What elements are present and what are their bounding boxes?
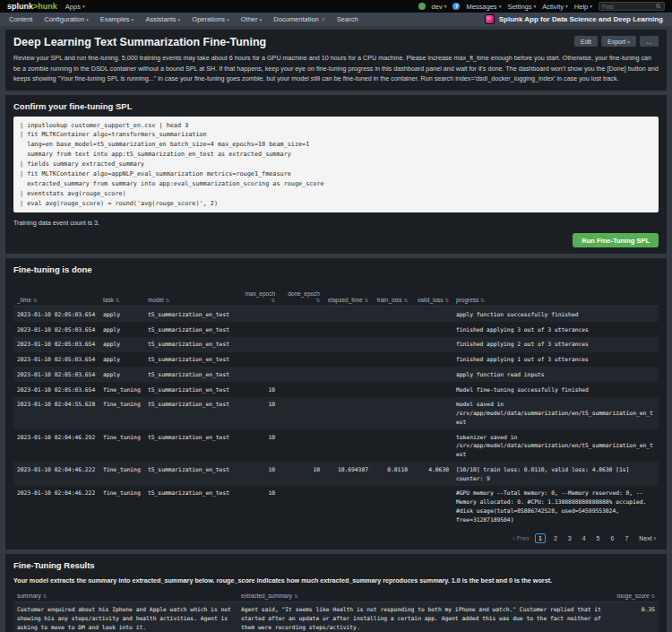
cell-max-epoch: 10 xyxy=(236,486,279,527)
help-menu[interactable]: Help▾ xyxy=(574,3,592,11)
col-header-max-epoch[interactable]: max_epoch ⇅ xyxy=(236,288,279,307)
col-header-done-epoch[interactable]: done_epoch ⇅ xyxy=(279,288,323,307)
col-header-task[interactable]: task ⇅ xyxy=(99,288,144,307)
nav-examples-label: Examples xyxy=(100,15,130,23)
col-header-extracted-summary-label: extracted_summary xyxy=(241,593,292,599)
dashboard-description: Review your SPL and run fine-tuning. 5,0… xyxy=(13,53,659,84)
cell-task: apply xyxy=(99,322,144,337)
chevron-down-icon: ▾ xyxy=(499,4,502,9)
cell-progress: Model fine-tuning successfully finished xyxy=(452,382,659,397)
activity-menu[interactable]: Activity▾ xyxy=(542,3,568,11)
cell-elapsed-time xyxy=(323,337,372,352)
splunk-logo: splunk>hunk xyxy=(7,3,57,11)
col-header-valid-loss[interactable]: valid_loss ⇅ xyxy=(411,288,452,307)
cell-model: t5_summarization_en_test xyxy=(144,429,236,462)
cell-elapsed-time xyxy=(323,322,372,337)
col-header-summary[interactable]: summary ⇅ xyxy=(13,590,237,602)
cell-task: apply xyxy=(99,367,144,382)
nav-content[interactable]: Content xyxy=(9,15,32,23)
cell-done-epoch xyxy=(279,429,323,462)
cell-valid-loss xyxy=(411,429,452,462)
cell-valid-loss xyxy=(411,307,452,322)
nav-documentation[interactable]: Documentation↗ xyxy=(273,15,324,23)
cell-model: t5_summarization_en_test xyxy=(144,352,236,368)
cell-valid-loss xyxy=(411,322,452,337)
pagination-prev[interactable]: ‹ Prev xyxy=(513,535,530,541)
chevron-down-icon: ▾ xyxy=(132,17,134,22)
export-button-label: Export xyxy=(607,39,625,45)
col-header-elapsed-time[interactable]: elapsed_time ⇅ xyxy=(323,288,372,307)
results-description: Your model extracts the summary into ext… xyxy=(13,576,659,584)
activity-menu-label: Activity xyxy=(542,3,564,11)
cell-task: apply xyxy=(99,352,144,368)
cell-rouge-score: 0.35 xyxy=(608,602,659,632)
cell-train-loss xyxy=(372,352,411,368)
pagination-page-2[interactable]: 2 xyxy=(551,534,560,542)
chevron-down-icon: ▾ xyxy=(590,4,592,9)
cell-max-epoch xyxy=(236,367,279,382)
cell-task: fine_tuning xyxy=(99,486,144,527)
panel-fine-tuning-results: Fine-Tuning Results Your model extracts … xyxy=(5,554,667,632)
cell-train-loss xyxy=(372,367,411,382)
search-icon xyxy=(656,4,661,9)
nav-configuration[interactable]: Configuration▾ xyxy=(44,15,88,23)
pagination-page-5[interactable]: 5 xyxy=(594,534,603,542)
find-input[interactable] xyxy=(602,4,654,10)
header-buttons: Edit Export ▾ … xyxy=(574,36,659,47)
apps-menu[interactable]: Apps▾ xyxy=(65,3,85,11)
cell-elapsed-time xyxy=(323,382,372,397)
nav-assistants-label: Assistants xyxy=(145,15,176,23)
cell-elapsed-time xyxy=(323,352,372,368)
nav-search[interactable]: Search xyxy=(337,15,358,23)
nav-examples[interactable]: Examples▾ xyxy=(100,15,134,23)
more-actions-button[interactable]: … xyxy=(640,36,659,47)
nav-content-label: Content xyxy=(9,15,32,23)
cell-progress: [10/10] train loss: 0.0110, valid loss: … xyxy=(452,462,659,486)
pagination-page-3[interactable]: 3 xyxy=(565,534,574,542)
cell-elapsed-time xyxy=(323,429,372,462)
col-header-rouge-score[interactable]: rouge_score ⇅ xyxy=(608,590,659,602)
messages-menu[interactable]: Messages▾ xyxy=(466,3,501,11)
cell-task: apply xyxy=(99,337,144,352)
cell-train-loss xyxy=(372,397,411,429)
col-header-time[interactable]: _time ⇅ xyxy=(13,288,99,307)
help-menu-label: Help xyxy=(574,3,588,11)
cell-valid-loss xyxy=(411,397,452,429)
nav-documentation-label: Documentation xyxy=(273,15,318,23)
col-header-progress[interactable]: progress ⇅ xyxy=(452,288,659,307)
col-header-model[interactable]: model ⇅ xyxy=(144,288,236,307)
sort-icon: ⇅ xyxy=(480,298,485,303)
settings-menu[interactable]: Settings▾ xyxy=(507,3,536,11)
health-status-icon[interactable] xyxy=(418,3,426,10)
user-menu[interactable]: dev▾ xyxy=(432,3,447,11)
table-row: Customer enquired about his Iphone and A… xyxy=(13,602,659,632)
run-fine-tuning-button[interactable]: Run Fine-Tuning SPL xyxy=(573,233,659,247)
export-button[interactable]: Export ▾ xyxy=(601,36,636,47)
cell-model: t5_summarization_en_test xyxy=(144,367,236,382)
pagination-next[interactable]: Next › xyxy=(636,534,659,542)
cell-done-epoch xyxy=(279,322,323,337)
cell-time: 2023-01-10 02:05:03.654 xyxy=(13,307,99,322)
table-row: 2023-01-10 02:04:55.628fine_tuningt5_sum… xyxy=(13,397,659,429)
col-header-train-loss[interactable]: train_loss ⇅ xyxy=(372,288,411,307)
panel-title-results: Fine-Tuning Results xyxy=(13,560,659,570)
nav-operations[interactable]: Operations▾ xyxy=(192,15,228,23)
nav-other[interactable]: Other▾ xyxy=(241,15,263,23)
col-header-extracted-summary[interactable]: extracted_summary ⇅ xyxy=(237,590,608,602)
edit-button[interactable]: Edit xyxy=(574,36,598,47)
nav-assistants[interactable]: Assistants▾ xyxy=(145,15,180,23)
pagination-page-7[interactable]: 7 xyxy=(622,534,631,542)
external-link-icon: ↗ xyxy=(321,16,325,22)
pagination-page-1[interactable]: 1 xyxy=(535,533,546,543)
table-row: 2023-01-10 02:05:03.654applyt5_summariza… xyxy=(13,352,659,368)
pagination-page-4[interactable]: 4 xyxy=(580,534,589,542)
pagination-page-6[interactable]: 6 xyxy=(608,534,617,542)
cell-train-loss xyxy=(372,322,411,337)
cell-time: 2023-01-10 02:04:46.222 xyxy=(13,462,99,486)
table-row: 2023-01-10 02:04:46.222fine_tuningt5_sum… xyxy=(13,486,659,527)
spl-code-block[interactable]: | inputlookup customer_support_en.csv | … xyxy=(13,117,659,213)
pagination: ‹ Prev 1 2 3 4 5 6 7 Next › xyxy=(13,533,659,543)
app-identity: Splunk App for Data Science and Deep Lea… xyxy=(485,14,663,24)
nav-configuration-label: Configuration xyxy=(44,15,84,23)
cell-done-epoch xyxy=(279,367,323,382)
